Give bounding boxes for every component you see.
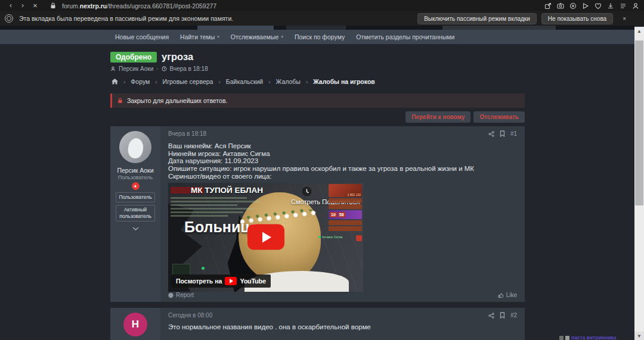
post-line: Ваш никнейм: Ася Персик [168,142,517,150]
thread-date-link[interactable]: Вчера в 18:18 [170,65,208,72]
nav-label: Новые сообщения [115,33,169,40]
bookmark-post-icon[interactable] [500,312,505,319]
post-line: Никнейм игрока: Актавис Сигма [168,150,517,158]
hud-row [329,220,362,225]
forum-nav-bar: Новые сообщения Найти темы▾ Отслеживаемы… [0,30,634,44]
forum-header-remnant [0,26,634,30]
nav-search-forum[interactable]: Поиск по форуму [295,33,345,40]
share-post-icon[interactable] [488,131,494,137]
url-prefix: forum. [62,2,80,10]
screenshot-icon[interactable] [557,2,564,10]
share-page-icon[interactable] [544,2,552,10]
sleep-tab-icon [5,14,13,23]
breadcrumb: › Форум › Игровые сервера › Байкальский … [112,78,375,85]
header-tab-remnant [286,26,346,30]
thumbs-up-icon [498,292,504,298]
youtube-logo-icon [225,277,237,285]
youtube-embed[interactable]: МК ТУПОЙ ЕБЛАН Смотреть ... Поделиться 1… [168,183,363,292]
watch-on-label: Посмотреть на [176,277,222,285]
avatar[interactable] [119,131,151,163]
block-icon[interactable] [569,2,577,10]
thread-author-link[interactable]: Персик Аоки [119,65,153,72]
report-flag-icon[interactable] [168,292,174,298]
nav-label: Отслеживаемые [231,33,279,40]
post-line: Опишите ситуацию: игрок нарушил правила … [168,165,517,173]
report-link[interactable]: Report [176,292,194,298]
nav-find-threads[interactable]: Найти темы▾ [180,33,219,40]
nav-mark-read[interactable]: Отметить разделы прочитанными [356,33,454,40]
youtube-play-button[interactable] [247,224,284,250]
post-timestamp-link[interactable]: Сегодня в 08:00 [168,312,212,319]
breadcrumb-item[interactable]: Жалобы [276,78,301,85]
game-chat-line [171,201,260,203]
clock-icon [162,66,167,71]
post-header-tools: #1 [488,130,517,137]
header-tab-remnant [442,26,556,30]
fragment-text: паста витринника [571,335,616,340]
toolbar-icon-group [544,2,639,10]
breadcrumb-current[interactable]: Жалобы на игроков [313,78,375,85]
medal-badge-icon: ★ [132,182,140,190]
downloads-icon[interactable] [607,2,614,10]
profile-icon[interactable] [632,2,639,10]
banner-actions: Выключить пассивный режим вкладки Не пок… [417,13,634,24]
breadcrumb-item[interactable]: Форум [131,78,150,85]
breadcrumb-separator: › [268,79,270,85]
post-number-link[interactable]: #1 [510,130,517,137]
dont-show-again-button[interactable]: Не показывать снова [541,13,613,24]
expand-profile-chevron-icon[interactable] [132,227,139,230]
truncated-link-fragment[interactable]: паста витринника [559,335,616,340]
watch-later-icon[interactable] [302,186,312,196]
thread-title-row: Одобрено угроза [110,51,193,63]
closed-notice-text: Закрыто для дальнейших ответов. [127,97,227,104]
address-bar[interactable]: forum.nextrp.ru/threads/ugroza.660781/#p… [62,2,216,10]
banner-close-icon[interactable]: × [623,15,626,22]
watch-thread-button[interactable]: Отслеживать [473,111,525,123]
watch-on-youtube-button[interactable]: Посмотреть на YouTube [171,275,271,288]
video-title[interactable]: МК ТУПОЙ ЕБЛАН [191,186,263,195]
post-line: Дата нарушения: 11.09.2023 [168,157,517,165]
passive-mode-banner: Эта вкладка была переведена в пассивный … [0,11,644,26]
post-body: Сегодня в 08:00 #2 Это нормальное назван… [160,308,525,340]
post-1: Персик Аоки Пользователь ★ Пользователь … [110,126,525,302]
hud-timer-banner: 10 58 [329,210,362,219]
home-icon[interactable] [112,79,118,85]
scrollbar-thumb[interactable] [635,40,643,205]
stop-button[interactable]: ✕ [29,0,42,11]
lock-icon [50,2,56,9]
collections-icon[interactable] [620,2,627,10]
status-badge: Одобрено [110,52,157,63]
author-name-link[interactable]: Персик Аоки [117,167,153,174]
game-chat-line [171,215,228,217]
scrollbar-up-arrow[interactable]: ▲ [634,27,644,35]
thread-page: Одобрено угроза Персик Аоки · Вчера в 18… [0,44,634,340]
post-number-link[interactable]: #2 [510,312,517,319]
scrollbar-down-arrow[interactable]: ▼ [634,332,644,340]
hud-money-panel: 1 801 132 [329,184,362,197]
favorites-icon[interactable] [595,2,602,10]
hud-money-value: 1 801 132 [348,193,361,196]
avatar[interactable]: Н [123,313,147,336]
breadcrumb-item[interactable]: Игровые сервера [163,78,213,85]
bookmark-post-icon[interactable] [500,130,505,137]
like-control[interactable]: Like [498,292,517,298]
thread-meta: Персик Аоки · Вчера в 18:18 [110,65,208,72]
post-timestamp-link[interactable]: Вчера в 18:18 [168,130,206,137]
jump-to-new-button[interactable]: Перейти к новому [405,111,470,123]
hud-timer-seconds: 58 [338,212,345,217]
disable-passive-mode-button[interactable]: Выключить пассивный режим вкладки [417,13,537,24]
youtube-brand-label: YouTube [240,277,265,285]
nav-new-messages[interactable]: Новые сообщения [115,33,169,40]
chevron-down-icon: ▾ [281,35,283,39]
send-icon[interactable] [582,2,589,10]
url-domain: nextrp.ru [80,2,107,10]
breadcrumb-item[interactable]: Байкальский [226,78,263,85]
vertical-scrollbar[interactable]: ▲ ▼ [634,27,644,340]
lock-icon [117,98,123,104]
game-chat-line [171,204,237,207]
nav-watched[interactable]: Отслеживаемые▾ [231,33,283,40]
back-button[interactable]: ‹ [5,0,17,11]
post-header-tools: #2 [488,312,517,319]
share-post-icon[interactable] [488,313,494,319]
forward-button[interactable]: › [17,0,29,11]
